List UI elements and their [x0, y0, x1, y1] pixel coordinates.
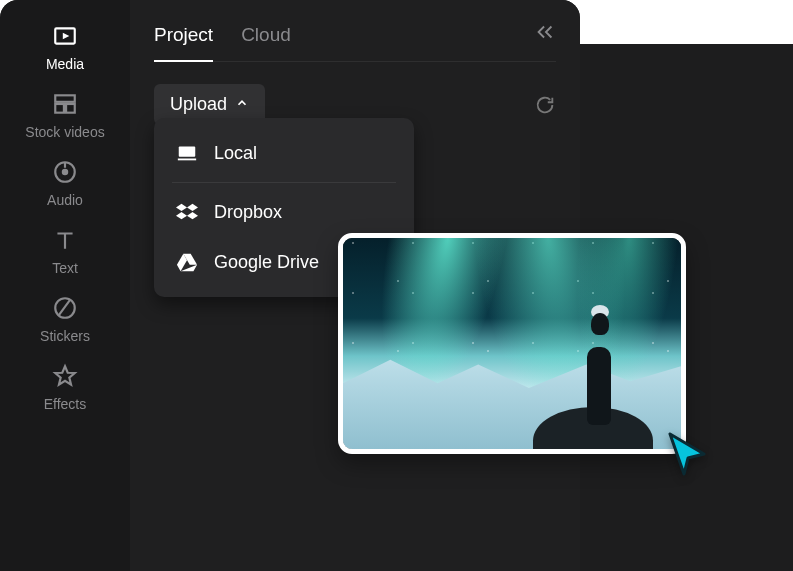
audio-icon: [51, 158, 79, 186]
google-drive-icon: [176, 251, 198, 273]
svg-marker-18: [187, 212, 198, 219]
sidebar-item-label: Text: [52, 260, 78, 276]
sidebar-item-media[interactable]: Media: [46, 22, 84, 72]
text-icon: [51, 226, 79, 254]
svg-rect-13: [179, 147, 196, 157]
sidebar: Media Stock videos Audio Text Stickers: [0, 0, 130, 571]
sidebar-item-audio[interactable]: Audio: [47, 158, 83, 208]
collapse-panel-button[interactable]: [534, 21, 556, 58]
refresh-button[interactable]: [534, 94, 556, 116]
cursor-icon: [664, 430, 712, 482]
upload-option-label: Local: [214, 143, 257, 164]
svg-marker-16: [187, 204, 198, 211]
media-icon: [51, 22, 79, 50]
sidebar-item-label: Stock videos: [25, 124, 104, 140]
stickers-icon: [51, 294, 79, 322]
svg-rect-3: [55, 104, 64, 113]
tab-project[interactable]: Project: [154, 18, 213, 62]
sidebar-item-text[interactable]: Text: [51, 226, 79, 276]
sidebar-item-label: Media: [46, 56, 84, 72]
aurora-image: [343, 238, 681, 449]
upload-option-label: Dropbox: [214, 202, 282, 223]
sidebar-item-stock-videos[interactable]: Stock videos: [25, 90, 104, 140]
upload-option-local[interactable]: Local: [154, 128, 414, 178]
menu-separator: [172, 182, 396, 183]
svg-marker-22: [670, 434, 704, 474]
dropbox-icon: [176, 201, 198, 223]
sidebar-item-label: Stickers: [40, 328, 90, 344]
svg-rect-2: [55, 95, 75, 102]
svg-rect-14: [178, 159, 196, 161]
sidebar-item-label: Audio: [47, 192, 83, 208]
sidebar-item-effects[interactable]: Effects: [44, 362, 87, 412]
computer-icon: [176, 142, 198, 164]
stock-icon: [51, 90, 79, 118]
upload-option-label: Google Drive: [214, 252, 319, 273]
svg-marker-15: [176, 204, 187, 211]
chevron-up-icon: [235, 96, 249, 113]
upload-option-dropbox[interactable]: Dropbox: [154, 187, 414, 237]
svg-marker-12: [55, 366, 75, 384]
svg-marker-17: [176, 212, 187, 219]
tab-cloud[interactable]: Cloud: [241, 18, 291, 62]
sidebar-item-stickers[interactable]: Stickers: [40, 294, 90, 344]
upload-label: Upload: [170, 94, 227, 115]
panel-tabs: Project Cloud: [154, 18, 556, 62]
svg-line-11: [58, 299, 70, 315]
svg-marker-1: [63, 33, 70, 40]
svg-point-6: [63, 170, 67, 174]
svg-rect-4: [66, 104, 75, 113]
sidebar-item-label: Effects: [44, 396, 87, 412]
effects-icon: [51, 362, 79, 390]
media-preview-thumbnail[interactable]: [338, 233, 686, 454]
